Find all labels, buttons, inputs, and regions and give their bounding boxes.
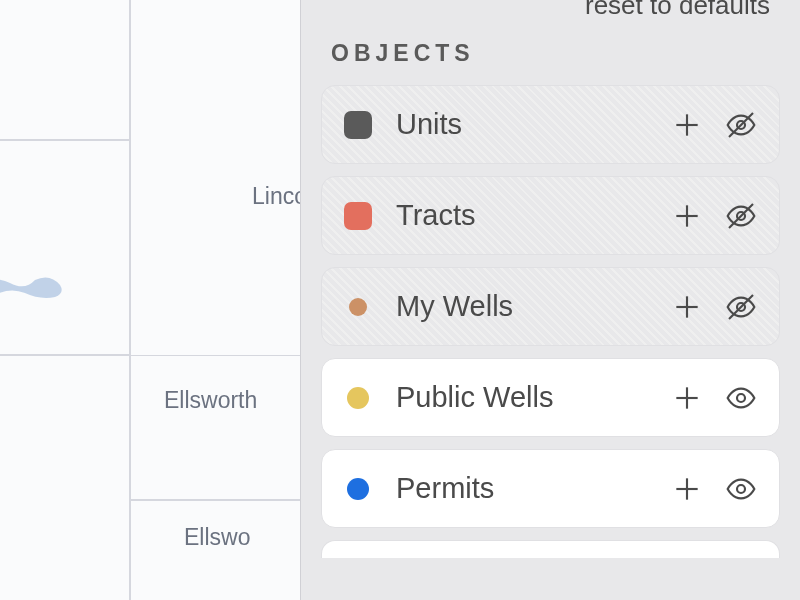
layer-swatch xyxy=(347,387,369,409)
layer-label: Units xyxy=(396,108,671,141)
add-button[interactable] xyxy=(671,382,703,414)
eye-icon xyxy=(725,382,757,414)
layer-item-my-wells[interactable]: My Wells xyxy=(321,267,780,346)
map-county-boundary xyxy=(0,0,130,140)
layer-actions xyxy=(671,291,757,323)
svg-point-17 xyxy=(737,485,745,493)
plus-icon xyxy=(671,382,703,414)
visibility-toggle-button[interactable] xyxy=(725,382,757,414)
map-county-boundary xyxy=(0,355,130,600)
layer-item-partial[interactable] xyxy=(321,540,780,558)
layer-swatch xyxy=(344,202,372,230)
plus-icon xyxy=(671,109,703,141)
layer-swatch xyxy=(344,111,372,139)
layers-sidebar: reset to defaults OBJECTS Units Tracts xyxy=(300,0,800,600)
layer-label: Public Wells xyxy=(396,381,671,414)
add-button[interactable] xyxy=(671,200,703,232)
map-county-label: Linco xyxy=(252,183,307,210)
layer-item-units[interactable]: Units xyxy=(321,85,780,164)
objects-section-header: OBJECTS xyxy=(321,40,780,67)
map-county-boundary xyxy=(0,140,130,355)
layer-item-tracts[interactable]: Tracts xyxy=(321,176,780,255)
plus-icon xyxy=(671,473,703,505)
plus-icon xyxy=(671,291,703,323)
eye-off-icon xyxy=(725,200,757,232)
map-water-feature xyxy=(0,265,80,310)
map-background[interactable]: Linco Ellsworth Ellswo xyxy=(0,0,310,600)
add-button[interactable] xyxy=(671,109,703,141)
layer-item-permits[interactable]: Permits xyxy=(321,449,780,528)
layer-label: Permits xyxy=(396,472,671,505)
add-button[interactable] xyxy=(671,473,703,505)
svg-point-14 xyxy=(737,394,745,402)
eye-icon xyxy=(725,473,757,505)
layer-item-public-wells[interactable]: Public Wells xyxy=(321,358,780,437)
reset-to-defaults-link[interactable]: reset to defaults xyxy=(585,0,770,21)
visibility-toggle-button[interactable] xyxy=(725,109,757,141)
layer-swatch xyxy=(349,298,367,316)
add-button[interactable] xyxy=(671,291,703,323)
visibility-toggle-button[interactable] xyxy=(725,291,757,323)
layer-label: Tracts xyxy=(396,199,671,232)
layer-actions xyxy=(671,109,757,141)
map-county-label: Ellsworth xyxy=(164,387,257,414)
plus-icon xyxy=(671,200,703,232)
layer-actions xyxy=(671,200,757,232)
layer-actions xyxy=(671,382,757,414)
eye-off-icon xyxy=(725,291,757,323)
visibility-toggle-button[interactable] xyxy=(725,473,757,505)
layer-actions xyxy=(671,473,757,505)
map-county-label: Ellswo xyxy=(184,524,250,551)
layer-swatch xyxy=(347,478,369,500)
visibility-toggle-button[interactable] xyxy=(725,200,757,232)
layer-label: My Wells xyxy=(396,290,671,323)
eye-off-icon xyxy=(725,109,757,141)
